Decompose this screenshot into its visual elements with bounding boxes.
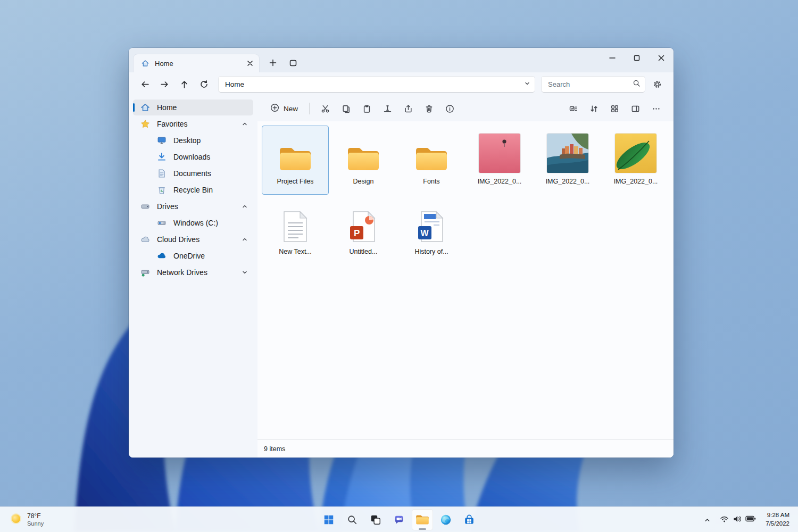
- tab-home[interactable]: Home: [133, 54, 260, 72]
- copy-icon[interactable]: [336, 100, 356, 117]
- start-icon[interactable]: [318, 509, 339, 530]
- clock[interactable]: 9:28 AM 7/5/2022: [761, 511, 794, 528]
- file-tile-history-of-document[interactable]: W History of...: [398, 196, 465, 265]
- paste-icon[interactable]: [357, 100, 377, 117]
- file-tile-image-3[interactable]: IMG_2022_0...: [602, 126, 669, 195]
- search-input[interactable]: [548, 80, 629, 88]
- sort-icon[interactable]: [584, 100, 604, 117]
- home-icon: [140, 103, 150, 112]
- folder-icon: [414, 130, 448, 173]
- hard-drive-icon: [140, 202, 150, 211]
- sidebar-item-downloads[interactable]: Downloads: [133, 149, 253, 165]
- close-button[interactable]: [649, 48, 674, 68]
- file-name: History of...: [414, 248, 448, 255]
- image-thumbnail-coastal-town: [547, 130, 588, 173]
- weather-condition: Sunny: [27, 520, 44, 527]
- sidebar-item-windows-c[interactable]: Windows (C:): [133, 215, 253, 231]
- sidebar-item-label: Windows (C:): [173, 219, 218, 227]
- refresh-icon[interactable]: [195, 76, 212, 92]
- file-tile-fonts[interactable]: Fonts: [398, 126, 465, 195]
- maximize-button[interactable]: [625, 48, 649, 68]
- new-button[interactable]: New: [265, 100, 303, 117]
- svg-text:W: W: [421, 229, 429, 238]
- sidebar-item-favorites[interactable]: Favorites: [133, 116, 253, 132]
- preview-pane-icon[interactable]: [626, 100, 645, 117]
- minimize-button[interactable]: [600, 48, 625, 68]
- tab-strip: Home: [129, 48, 674, 72]
- more-ellipsis-icon[interactable]: [646, 100, 666, 117]
- sidebar-item-cloud-drives[interactable]: Cloud Drives: [133, 231, 253, 247]
- back-icon[interactable]: [136, 76, 153, 92]
- chevron-up-icon[interactable]: [242, 203, 248, 210]
- window-controls: [600, 48, 674, 68]
- sidebar-item-label: Drives: [157, 202, 178, 211]
- sidebar-item-onedrive[interactable]: OneDrive: [133, 248, 253, 264]
- file-tile-design[interactable]: Design: [330, 126, 397, 195]
- sidebar-item-documents[interactable]: Documents: [133, 165, 253, 181]
- sidebar-item-desktop[interactable]: Desktop: [133, 132, 253, 148]
- chevron-down-icon[interactable]: [524, 79, 530, 89]
- search-box[interactable]: [541, 76, 645, 93]
- sidebar-item-recycle-bin[interactable]: Recycle Bin: [133, 182, 253, 198]
- tray-chevron-up-icon[interactable]: [700, 510, 714, 529]
- file-tile-image-2[interactable]: IMG_2022_0...: [534, 126, 601, 195]
- weather-widget[interactable]: 78°F Sunny: [5, 509, 48, 530]
- file-tile-new-text[interactable]: New Text...: [262, 196, 329, 265]
- chat-icon[interactable]: [388, 509, 410, 530]
- info-icon[interactable]: [440, 100, 460, 117]
- wifi-icon: [720, 515, 729, 525]
- tab-actions-icon[interactable]: [285, 55, 301, 70]
- sidebar-item-label: Favorites: [157, 120, 188, 128]
- chevron-down-icon[interactable]: [242, 269, 248, 276]
- file-name: IMG_2022_0...: [614, 178, 658, 185]
- svg-text:P: P: [354, 228, 360, 238]
- sidebar: Home Favorites Desktop: [129, 96, 257, 458]
- search-icon[interactable]: [633, 79, 641, 89]
- task-view-icon[interactable]: [365, 509, 386, 530]
- text-document-icon: [282, 201, 309, 243]
- view-icon[interactable]: [605, 100, 625, 117]
- recycle-bin-icon: [157, 185, 167, 195]
- home-icon: [140, 59, 150, 68]
- main-pane: New: [257, 96, 674, 458]
- address-input[interactable]: [225, 80, 521, 88]
- command-bar: New: [257, 96, 674, 121]
- taskbar-search-icon[interactable]: [342, 509, 363, 530]
- share-icon[interactable]: [398, 100, 418, 117]
- chevron-up-icon[interactable]: [242, 121, 248, 127]
- file-list-area[interactable]: Project Files Design Fon: [257, 121, 674, 439]
- edge-icon[interactable]: [435, 509, 456, 530]
- file-tile-project-files[interactable]: Project Files: [262, 126, 329, 195]
- sidebar-item-label: Documents: [173, 169, 211, 178]
- file-tile-untitled-presentation[interactable]: P Untitled...: [330, 196, 397, 265]
- taskbar: 78°F Sunny: [0, 506, 798, 532]
- new-tab-button[interactable]: [265, 55, 281, 70]
- file-name: Project Files: [277, 178, 314, 185]
- chevron-up-icon[interactable]: [242, 236, 248, 243]
- toolbar-divider: [309, 103, 310, 114]
- sidebar-item-label: Recycle Bin: [173, 186, 213, 194]
- network-volume-battery-group[interactable]: [716, 510, 760, 529]
- downloads-icon: [157, 152, 167, 162]
- onedrive-icon: [157, 251, 167, 261]
- tab-close-icon[interactable]: [245, 59, 255, 68]
- status-bar: 9 items: [257, 439, 674, 458]
- address-bar[interactable]: [218, 76, 535, 93]
- select-multiple-icon[interactable]: [563, 100, 583, 117]
- file-name: Untitled...: [350, 248, 378, 255]
- volume-icon: [733, 515, 742, 525]
- rename-icon[interactable]: [378, 100, 397, 117]
- cloud-icon: [140, 235, 150, 244]
- sidebar-item-network-drives[interactable]: Network Drives: [133, 264, 253, 280]
- sidebar-item-home[interactable]: Home: [133, 99, 253, 115]
- delete-icon[interactable]: [419, 100, 439, 117]
- up-icon[interactable]: [176, 76, 193, 92]
- forward-icon[interactable]: [156, 76, 173, 92]
- file-explorer-icon[interactable]: [412, 509, 433, 530]
- settings-gear-icon[interactable]: [648, 76, 666, 92]
- file-tile-image-1[interactable]: IMG_2022_0...: [466, 126, 533, 195]
- sidebar-item-drives[interactable]: Drives: [133, 198, 253, 214]
- sidebar-item-label: Cloud Drives: [157, 235, 200, 244]
- store-icon[interactable]: [459, 509, 480, 530]
- cut-icon[interactable]: [315, 100, 335, 117]
